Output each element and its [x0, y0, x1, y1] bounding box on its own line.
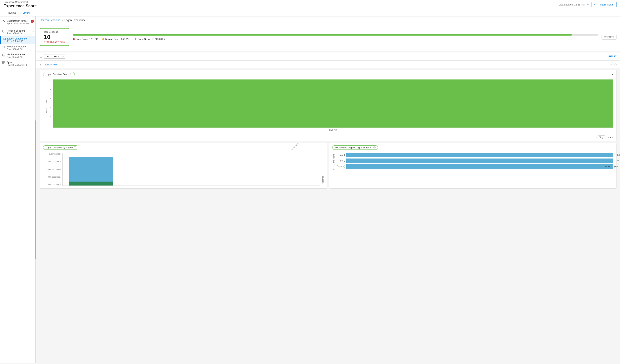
sidebar-item-logon-sub: Poor: 0 Total: 10 — [7, 40, 34, 43]
x-axis-label: 8:00 AM — [53, 129, 613, 131]
svg-rect-6 — [4, 61, 5, 62]
info-icon-logon[interactable]: ⓘ — [70, 73, 72, 76]
logon-by-phase-chart-area: 1.0 minute(s) 50.0 second(s) 40.0 second… — [40, 151, 327, 188]
logon-by-phase-title: Logon Duration by Phase — [46, 146, 73, 149]
breadcrumb-link[interactable]: Horizon Sessions — [40, 19, 60, 22]
edit-rule-button[interactable]: ✎ — [610, 63, 613, 66]
sidebar-item-apps[interactable]: Apps Poor: 0 Total Apps: 98 — [0, 60, 36, 68]
logon-duration-chart-section: Logon Duration Score ⓘ ▾ 0 2 4 6 8 10 — [40, 70, 617, 141]
total-sessions-card: Total Sessions 10 ▼ 9.09% Last 4 hours — [40, 28, 69, 46]
sidebar-item-org-title: Organization : Poor — [7, 19, 30, 22]
pool-3-bar: 39.6 second(s) — [346, 164, 613, 169]
pool-3-value: 39.6 second(s) — [602, 165, 618, 168]
org-icon — [2, 20, 5, 23]
good-score-label: Good Score — [138, 38, 150, 40]
info-icon-phase[interactable]: ⓘ — [74, 146, 76, 149]
pool-1-row: Pool 1 1.0 minute(s) — [336, 153, 613, 157]
time-filter-select[interactable]: Last 4 hours Last 8 hours Last 24 hours … — [44, 54, 65, 59]
breadcrumb-separator: > — [62, 19, 63, 22]
logon-duration-chart-body: 0 2 4 6 8 10 Session Count ⤢ 8:00 AM — [40, 78, 616, 134]
thresholds-button[interactable]: ⚙ THRESHOLDS — [591, 2, 617, 7]
pool-2-row: Pool 2 54.8 second(s) — [336, 158, 613, 163]
neutral-score-value: 0 (0.0%) — [121, 38, 130, 40]
more-options-button[interactable]: ••• — [608, 135, 613, 139]
pool-2-label: Pool 2 — [336, 160, 345, 162]
breadcrumb-current: Logon Experience — [64, 19, 86, 22]
tab-virtual[interactable]: Virtual — [19, 10, 33, 16]
score-section: Total Sessions 10 ▼ 9.09% Last 4 hours P… — [36, 23, 620, 51]
phase-bar-teal — [69, 182, 113, 185]
sidebar-item-vm-title: VM Performance — [7, 53, 34, 56]
logon-duration-title-badge: Logon Duration Score ⓘ — [43, 72, 75, 76]
pool-1-label: Pool 1 — [336, 154, 345, 156]
sidebar-scrollbar[interactable] — [35, 16, 36, 363]
apps-icon — [2, 61, 5, 64]
poor-score-value: 0 (0.0%) — [89, 38, 98, 40]
logon-by-phase-title-badge: Logon Duration by Phase ⓘ — [43, 145, 78, 150]
phase-y-label-1: 20.0 second(s) — [43, 183, 61, 186]
content-header: Horizon Sessions > Logon Experience — [36, 16, 620, 23]
total-sessions-value: 10 — [44, 34, 65, 40]
neutral-dot — [102, 38, 104, 40]
thresholds-icon: ⚙ — [594, 3, 596, 6]
pools-longest-title-badge: Pools with Longest Logon Duration ⓘ — [332, 145, 378, 150]
chart-header-logon-duration: Logon Duration Score ⓘ ▾ — [40, 70, 616, 78]
svg-rect-4 — [2, 54, 5, 56]
chart-header-by-phase: Logon Duration by Phase ⓘ — [40, 143, 327, 151]
pools-chart-area: Pool / Farm Name Pool 1 1.0 minute(s) — [329, 151, 616, 173]
logon-duration-chart-area: ⤢ — [53, 79, 613, 128]
logon-icon — [3, 38, 6, 41]
app-title: Experience Score — [3, 4, 37, 8]
bottom-charts-row: Logon Duration by Phase ⓘ 1.0 minute(s) … — [40, 143, 617, 189]
sidebar-item-network-title: Network / Protocol — [7, 45, 34, 48]
reset-button[interactable]: RESET — [608, 55, 617, 58]
sidebar-item-organization[interactable]: Organization : Poor Apr 8, 2024 · 12:56 … — [0, 18, 36, 26]
pools-longest-title: Pools with Longest Logon Duration — [335, 146, 372, 149]
pool-1-value: 1.0 minute(s) — [617, 154, 620, 156]
tags-button[interactable]: 2 tags — [596, 136, 606, 139]
phase-y-axis-title: Seconds — [322, 176, 324, 183]
sidebar: Organization : Poor Apr 8, 2024 · 12:56 … — [0, 16, 36, 363]
phase-y-label-3: 40.0 second(s) — [43, 168, 61, 170]
info-icon-pools[interactable]: ⓘ — [373, 146, 375, 149]
filter-checkbox[interactable] — [40, 55, 42, 58]
tab-bar: Physical Virtual — [3, 10, 617, 16]
sidebar-item-logon-experience[interactable]: Logon Experience Poor: 0 Total: 10 — [0, 36, 36, 44]
phase-y-label-4: 50.0 second(s) — [43, 161, 61, 163]
pool-1-bar: 1.0 minute(s) — [346, 153, 613, 157]
sidebar-item-logon-title: Logon Experience — [7, 37, 34, 40]
empty-rule-link[interactable]: Empty Rule — [45, 63, 58, 66]
good-dot — [135, 38, 136, 40]
phase-y-label-2: 30.0 second(s) — [43, 176, 61, 178]
copy-rule-button[interactable]: ⧉ — [615, 63, 617, 66]
y-label-2: 2 — [43, 116, 52, 118]
filter-row: Last 4 hours Last 8 hours Last 24 hours … — [36, 52, 620, 61]
report-button[interactable]: REPORT — [602, 35, 617, 40]
good-score-value: 10 (100.0%) — [152, 38, 165, 40]
chevron-down-icon[interactable]: ▾ — [33, 30, 34, 32]
refresh-icon[interactable]: ↻ — [587, 3, 589, 6]
network-icon — [2, 46, 5, 48]
y-axis-label: Session Count — [46, 100, 48, 113]
pool-2-value: 54.8 second(s) — [617, 160, 620, 162]
y-label-0: 0 — [43, 124, 52, 127]
sidebar-item-horizon-sessions[interactable]: Horizon Sessions Poor: 9 Total: 16 ▾ — [0, 28, 36, 36]
chart-dropdown-icon[interactable]: ▾ — [612, 73, 613, 76]
poor-score-item: Poor Score 0 (0.0%) — [73, 38, 98, 40]
chart-header-pools: Pools with Longest Logon Duration ⓘ — [329, 143, 616, 151]
logon-duration-title: Logon Duration Score — [46, 73, 69, 76]
sidebar-item-network-protocol[interactable]: Network / Protocol Poor: 9 Total: 16 — [0, 44, 36, 52]
expand-chart-icon[interactable]: ⤢ — [610, 81, 612, 84]
tab-physical[interactable]: Physical — [3, 10, 19, 16]
sidebar-item-apps-title: Apps — [7, 61, 34, 64]
sidebar-item-horizon-sub: Poor: 9 Total: 16 — [7, 32, 31, 35]
svg-rect-5 — [2, 61, 3, 62]
score-bar-area: Poor Score 0 (0.0%) Neutral Score 0 (0.0… — [73, 34, 598, 40]
svg-point-0 — [3, 20, 4, 21]
last-updated-label: Last updated: 12:56 PM — [559, 3, 585, 6]
svg-rect-8 — [4, 63, 5, 64]
poor-score-label: Poor Score — [76, 38, 88, 40]
sidebar-item-vm-performance[interactable]: VM Performance Poor: 9 Total: 16 — [0, 52, 36, 60]
vm-icon — [2, 53, 5, 56]
row-number: 1 — [40, 63, 43, 66]
